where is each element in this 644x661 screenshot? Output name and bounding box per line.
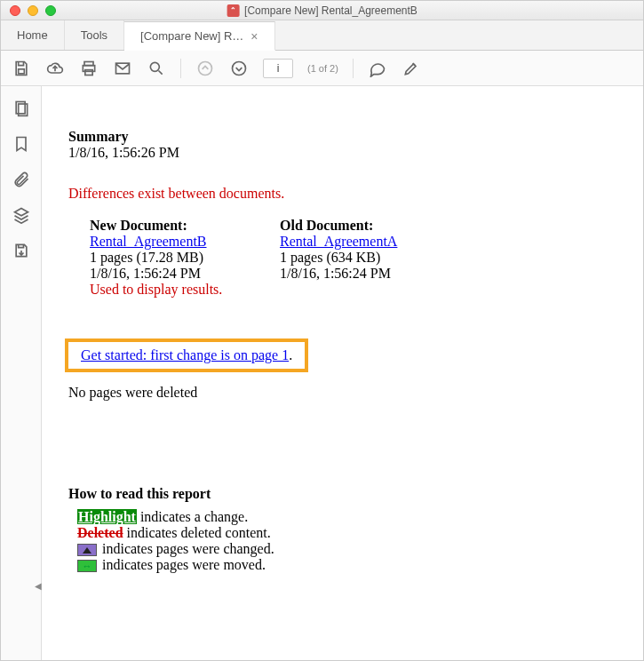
layers-icon[interactable]: [12, 205, 31, 225]
page-up-icon[interactable]: [195, 59, 215, 78]
get-started-period: .: [289, 347, 292, 362]
legend-changed: indicates pages were changed.: [77, 541, 643, 557]
minimize-window-button[interactable]: [28, 5, 38, 16]
page-moved-icon: ↔: [77, 560, 97, 572]
summary-timestamp: 1/8/16, 1:56:26 PM: [68, 145, 643, 161]
tab-tools-label: Tools: [81, 28, 107, 42]
bookmark-icon[interactable]: [12, 134, 31, 154]
legend-highlight-word: Highlight: [77, 509, 137, 524]
highlighter-icon[interactable]: [402, 59, 421, 78]
save-icon[interactable]: [12, 59, 31, 78]
tab-document-label: [Compare New] R…: [140, 29, 243, 43]
differences-message: Differences exist between documents.: [68, 186, 643, 202]
new-document-time: 1/8/16, 1:56:24 PM: [90, 266, 258, 282]
get-started-link[interactable]: Get started: first change is on page 1: [81, 347, 289, 362]
close-window-button[interactable]: [10, 5, 20, 16]
document-comparison-columns: New Document: Rental_AgreementB 1 pages …: [90, 218, 643, 298]
old-document-header: Old Document:: [280, 218, 449, 234]
window-title: ⌃ [Compare New] Rental_AgreementB: [227, 4, 417, 17]
tab-close-button[interactable]: ×: [250, 30, 258, 43]
window-titlebar: ⌃ [Compare New] Rental_AgreementB: [1, 1, 643, 20]
svg-point-5: [150, 62, 159, 71]
summary-heading: Summary: [68, 129, 643, 145]
page-count-label: (1 of 2): [307, 63, 338, 74]
left-sidebar: ◀: [1, 86, 42, 661]
legend-changed-rest: indicates pages were changed.: [99, 541, 274, 556]
search-icon[interactable]: [147, 59, 166, 78]
toolbar-separator: [353, 59, 354, 78]
old-document-time: 1/8/16, 1:56:24 PM: [280, 266, 449, 282]
legend-moved: ↔ indicates pages were moved.: [77, 557, 643, 573]
legend-highlight-rest: indicates a change.: [137, 509, 248, 524]
cloud-upload-icon[interactable]: [45, 59, 65, 78]
print-icon[interactable]: [79, 59, 99, 78]
toolbar: (1 of 2): [1, 51, 643, 86]
get-started-callout: Get started: first change is on page 1.: [65, 338, 308, 372]
tab-document-active[interactable]: [Compare New] R… ×: [124, 21, 275, 51]
new-document-link[interactable]: Rental_AgreementB: [90, 234, 207, 249]
workarea: ◀ Summary 1/8/16, 1:56:26 PM Differences…: [1, 86, 643, 661]
svg-rect-0: [19, 68, 25, 73]
no-pages-deleted-msg: No pages were deleted: [68, 385, 643, 401]
document-view: Summary 1/8/16, 1:56:26 PM Differences e…: [42, 86, 643, 661]
page-number-input[interactable]: [263, 59, 293, 78]
used-to-display-note: Used to display results.: [90, 282, 258, 298]
traffic-lights: [1, 5, 56, 16]
tab-home[interactable]: Home: [1, 20, 65, 50]
maximize-window-button[interactable]: [45, 5, 56, 16]
attachment-icon[interactable]: [12, 170, 31, 189]
collapse-sidebar-icon[interactable]: ◀: [35, 581, 42, 591]
window-title-text: [Compare New] Rental_AgreementB: [244, 4, 417, 17]
legend-deleted-word: Deleted: [77, 525, 123, 540]
legend-deleted-rest: indicates deleted content.: [123, 525, 271, 540]
tab-bar: Home Tools [Compare New] R… ×: [1, 20, 643, 51]
how-to-section: How to read this report Highlight indica…: [68, 486, 643, 573]
new-document-header: New Document:: [90, 218, 258, 234]
page-changed-icon: [77, 544, 97, 556]
pdf-icon: ⌃: [227, 4, 239, 17]
legend-moved-rest: indicates pages were moved.: [99, 557, 266, 572]
tab-home-label: Home: [17, 28, 48, 42]
tab-tools[interactable]: Tools: [65, 20, 124, 50]
new-document-column: New Document: Rental_AgreementB 1 pages …: [90, 218, 258, 298]
legend-highlight: Highlight indicates a change.: [77, 509, 643, 525]
svg-point-7: [233, 61, 246, 75]
legend-list: Highlight indicates a change. Deleted in…: [77, 509, 643, 573]
thumbnails-icon[interactable]: [12, 99, 31, 118]
email-icon[interactable]: [113, 59, 132, 78]
comment-icon[interactable]: [368, 59, 387, 78]
save-panel-icon[interactable]: [12, 241, 31, 260]
old-document-link[interactable]: Rental_AgreementA: [280, 234, 397, 249]
old-document-pages: 1 pages (634 KB): [280, 250, 449, 266]
toolbar-separator: [180, 59, 181, 78]
legend-deleted: Deleted indicates deleted content.: [77, 525, 643, 541]
old-document-column: Old Document: Rental_AgreementA 1 pages …: [280, 218, 449, 298]
new-document-pages: 1 pages (17.28 MB): [90, 250, 258, 266]
how-to-heading: How to read this report: [68, 486, 643, 502]
svg-point-6: [199, 61, 212, 75]
page-down-icon[interactable]: [229, 59, 249, 78]
